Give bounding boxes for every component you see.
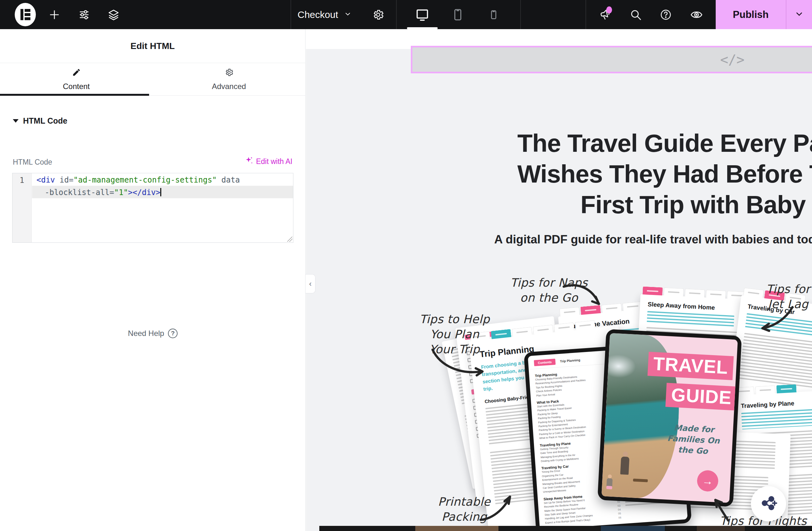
- elementor-logo[interactable]: [15, 3, 36, 26]
- device-mobile-button[interactable]: [482, 0, 505, 29]
- html-code-field-header: HTML Code Edit with AI: [0, 126, 305, 167]
- page-tab: [642, 286, 663, 295]
- chevron-down-icon: [794, 9, 804, 20]
- contents-tab: Contents: [534, 359, 556, 366]
- arrow-flights: [713, 498, 731, 522]
- page-heading: Sleep Away from Home: [648, 301, 744, 313]
- site-settings-button[interactable]: [76, 0, 92, 29]
- publish-button[interactable]: Publish: [716, 0, 786, 29]
- elementor-editor: Checkout: [0, 0, 812, 531]
- preview-changes-button[interactable]: [687, 0, 706, 29]
- top-bar: Checkout: [0, 0, 812, 29]
- cover-tagline: Made forFamilies Onthe Go: [661, 422, 726, 458]
- gear-icon: [372, 9, 384, 21]
- toddler-figure: [606, 478, 612, 487]
- need-help-link[interactable]: Need Help ?: [0, 329, 306, 338]
- driftwood-log: [633, 478, 648, 482]
- text-cursor: [160, 188, 161, 196]
- page-tab: [777, 384, 797, 393]
- tab-advanced[interactable]: Advanced: [153, 63, 305, 95]
- html-code-editor[interactable]: 1 <div id="ad-management-config-settings…: [12, 173, 293, 243]
- widget-settings-panel: Edit HTML Content Advanced HTML Code HTM…: [0, 29, 306, 531]
- line-number: 1: [13, 176, 31, 185]
- document-title: Checkout: [298, 9, 338, 20]
- mother-figure: [620, 456, 629, 475]
- chevron-down-icon: [344, 9, 352, 20]
- search-icon: [629, 8, 642, 21]
- structure-button[interactable]: [106, 0, 121, 29]
- pencil-icon: [72, 68, 81, 78]
- code-line-1: <div id="ad-management-config-settings" …: [32, 173, 293, 186]
- megaphone-icon: [599, 8, 611, 21]
- panel-title: Edit HTML: [0, 29, 305, 63]
- editor-text[interactable]: <div id="ad-management-config-settings" …: [32, 173, 293, 242]
- ai-sparkle-icon: [245, 156, 253, 167]
- right-arrow-icon: →: [702, 474, 713, 487]
- page-tab: [664, 288, 684, 296]
- hero-subtitle: A digital PDF guide for real-life travel…: [440, 233, 812, 250]
- gear-icon: [224, 68, 234, 78]
- page-preview: </> The Travel Guide Every ParentWishes …: [306, 29, 812, 531]
- editor-gutter: 1: [13, 173, 32, 242]
- page-tab: [554, 322, 574, 333]
- help-button[interactable]: [656, 0, 675, 29]
- heading-line: First Trip with Baby: [440, 189, 812, 220]
- tab-content[interactable]: Content: [0, 63, 153, 95]
- active-device-indicator: [407, 27, 438, 29]
- panel-tabs: Content Advanced: [0, 63, 305, 96]
- panel-collapse-button[interactable]: ‹: [306, 274, 316, 293]
- plus-icon: [49, 9, 60, 20]
- device-desktop-button[interactable]: [411, 0, 434, 29]
- page-tab: [706, 290, 726, 299]
- page-tab: [685, 289, 705, 297]
- next-section-peek: [319, 526, 812, 531]
- cover-arrow-button[interactable]: →: [696, 470, 719, 492]
- section-title: HTML Code: [23, 116, 67, 126]
- finder-search-button[interactable]: [626, 0, 645, 29]
- tab-content-label: Content: [63, 82, 90, 91]
- question-circle-icon: ?: [168, 329, 177, 338]
- notification-dot: [606, 6, 612, 13]
- field-label: HTML Code: [13, 158, 52, 167]
- device-tablet-button[interactable]: [447, 0, 469, 29]
- page-tab: [743, 288, 764, 298]
- edit-with-ai-button[interactable]: Edit with AI: [245, 156, 292, 167]
- mobile-icon: [488, 9, 499, 20]
- edit-with-ai-label: Edit with AI: [256, 157, 292, 166]
- share-plus-icon: [759, 494, 778, 514]
- subtitle-text: A digital PDF guide for real-life travel…: [494, 233, 812, 246]
- document-switcher[interactable]: Checkout: [298, 0, 352, 29]
- selected-html-widget[interactable]: </>: [411, 46, 812, 73]
- html-code-section-toggle[interactable]: HTML Code: [0, 96, 305, 126]
- eye-icon: [690, 8, 703, 22]
- contents-top-label: Trip Planning: [560, 358, 580, 363]
- publish-options-button[interactable]: [786, 0, 812, 29]
- layers-icon: [107, 9, 120, 21]
- page-tab: [575, 320, 595, 330]
- page-tab: [512, 327, 532, 337]
- resize-handle[interactable]: [287, 237, 292, 242]
- need-help-label: Need Help: [128, 329, 164, 338]
- page-tab: [755, 385, 775, 394]
- hero-heading: The Travel Guide Every ParentWishes They…: [440, 128, 812, 220]
- arrow-naps: [562, 282, 607, 312]
- publish-split-button: Publish: [716, 0, 812, 29]
- tablet-cover: TRAVEL GUIDE Made forFamilies Onthe Go →: [597, 329, 742, 507]
- page-heading: Traveling by Plane: [741, 398, 812, 410]
- tab-advanced-label: Advanced: [212, 82, 246, 91]
- heading-line: The Travel Guide Every Parent: [440, 128, 812, 158]
- page-tab: [491, 329, 511, 339]
- desktop-icon: [415, 8, 429, 22]
- help-icon: [659, 8, 672, 21]
- code-line-1-wrap: -blocklist-all="1"></div>: [32, 186, 293, 198]
- whats-new-button[interactable]: [596, 0, 614, 29]
- heading-line: Wishes They Had Before Their: [440, 158, 812, 189]
- arrow-packing: [478, 493, 515, 523]
- add-element-button[interactable]: [47, 0, 62, 29]
- share-button[interactable]: [751, 486, 786, 521]
- arrow-jetlag: [758, 305, 795, 333]
- active-tab-indicator: [0, 94, 149, 96]
- tablet-icon: [451, 8, 464, 21]
- page-settings-button[interactable]: [371, 0, 386, 29]
- page-tab: [533, 325, 553, 335]
